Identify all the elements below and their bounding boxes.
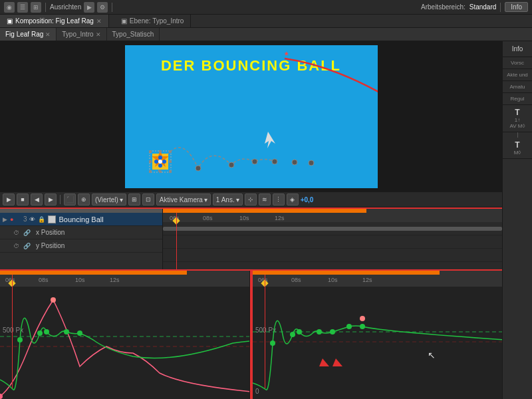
grid-toggle-btn[interactable]: ⊞ [128, 194, 140, 205]
views-arrow: ▾ [236, 196, 239, 203]
g-12s-left: 12s [110, 277, 120, 283]
layer-number: 3 [16, 215, 27, 223]
prev-frame-btn[interactable]: ◀ [31, 194, 43, 205]
comp-tab-figleaf[interactable]: Fig Leaf Rag ✕ [0, 28, 57, 41]
tab-comp-close[interactable]: ✕ [96, 18, 102, 25]
stopwatch-y-icon: ⏱ [13, 243, 19, 249]
safe-zones-btn[interactable]: ⊡ [142, 194, 154, 205]
track-row-x [163, 235, 502, 249]
track-bar-main [163, 227, 502, 231]
tab-layer[interactable]: ▣ Ebene: Typo_Intro [114, 15, 192, 27]
3d-btn[interactable]: ⋮ [273, 194, 285, 205]
comp-tabs: Fig Leaf Rag ✕ Typo_Intro ✕ Typo_Statisc… [0, 28, 532, 41]
preview-section: Vorsc [503, 57, 532, 69]
motion-blur-btn[interactable]: ≋ [259, 194, 271, 205]
link-y-icon: 🔗 [23, 243, 31, 249]
workspace-value: Standard [469, 3, 497, 11]
play-btn[interactable]: ▶ [3, 194, 15, 205]
regular-section: Regul [503, 93, 532, 105]
figleaf-close[interactable]: ✕ [45, 31, 51, 38]
svg-point-40 [346, 324, 352, 329]
main-tab-row: ▣ Komposition: Fig Leaf Rag ✕ ▣ Ebene: T… [0, 15, 532, 28]
layer-prop-x[interactable]: ⏱ 🔗 x Position [0, 226, 162, 239]
svg-point-5 [309, 160, 314, 166]
tab-composition[interactable]: ▣ Komposition: Fig Leaf Rag ✕ [0, 15, 109, 27]
zoom-btn[interactable]: ⊕ [78, 194, 90, 205]
graph-ruler-right: 06s 08s 10s 12s [253, 275, 502, 287]
layer-eye-icon[interactable]: 👁 [29, 216, 35, 223]
layer-expand[interactable]: ▶ [3, 216, 7, 223]
type-av-label: AV M◊ [504, 123, 531, 129]
g-12s-right: 12s [362, 277, 372, 283]
regul-label: Regul [504, 96, 531, 102]
menu-icon[interactable]: ☰ [17, 2, 28, 13]
svg-marker-42 [319, 358, 329, 366]
amatu-label: Amatu [504, 84, 531, 90]
timeline-ruler-tracks: 06s 08s 10s 12s [163, 213, 502, 222]
playhead-right [265, 275, 265, 388]
ram-preview-btn[interactable]: ⬛ [64, 194, 76, 205]
tab-comp-icon: ▣ [7, 17, 13, 25]
svg-point-41 [360, 324, 365, 329]
svg-rect-20 [159, 150, 162, 153]
time-12s: 12s [275, 215, 285, 221]
svg-rect-18 [149, 170, 152, 173]
akte-label: Akte und [504, 72, 531, 78]
quality-dropdown[interactable]: (Viertel) ▾ [92, 194, 126, 205]
svg-point-0 [196, 166, 201, 171]
layer-lock-icon[interactable]: 🔒 [38, 216, 45, 223]
svg-point-38 [317, 329, 322, 334]
comp-tab-typo-statisch[interactable]: Typo_Statisch [107, 28, 160, 41]
graph-area-left: 500 Px [0, 287, 249, 399]
main-area: DER BOUNCING BALL [0, 41, 532, 399]
svg-point-12 [162, 160, 166, 164]
quality-arrow: ▾ [120, 196, 123, 203]
type-icon-1: T [504, 108, 531, 117]
info-button[interactable]: Info [505, 2, 528, 12]
views-dropdown[interactable]: 1 Ans. ▾ [213, 194, 243, 205]
layer-prop-y[interactable]: ⏱ 🔗 y Position [0, 239, 162, 253]
svg-point-11 [158, 156, 162, 160]
stop-btn[interactable]: ■ [17, 194, 29, 205]
type-section-2: T M◊ [503, 138, 532, 159]
svg-text:*: * [285, 50, 289, 61]
next-frame-btn[interactable]: ▶ [45, 194, 57, 205]
graph-panel-left: 06s 08s 10s 12s 500 Px [0, 271, 250, 399]
layer-color-box [48, 215, 56, 223]
snap-btn[interactable]: ⊹ [245, 194, 257, 205]
views-label: 1 Ans. [216, 196, 235, 203]
camera-dropdown[interactable]: Aktive Kamera ▾ [156, 194, 211, 205]
layer-solo: ● [10, 216, 13, 223]
preview-toolbar: ▶ ■ ◀ ▶ ⬛ ⊕ (Viertel) ▾ ⊞ ⊡ Aktive Kamer… [0, 192, 502, 207]
separator3 [500, 3, 501, 12]
preview-canvas: DER BOUNCING BALL [125, 45, 378, 188]
top-bar: ◉ ☰ ⊞ Ausrichten ▶ ⚙ Arbeitsbereich: Sta… [0, 0, 532, 15]
svg-point-32 [51, 297, 56, 303]
typointro-close[interactable]: ✕ [96, 31, 101, 38]
svg-point-44 [360, 316, 365, 321]
svg-rect-23 [169, 160, 172, 163]
layer-timeline-area: ▶ ● 3 👁 🔒 Bouncing Ball ⏱ 🔗 x Position ⏱ [0, 207, 502, 269]
typostatisch-label: Typo_Statisch [112, 31, 154, 38]
g-08s-right: 08s [291, 277, 301, 283]
layer-row-bouncing[interactable]: ▶ ● 3 👁 🔒 Bouncing Ball [0, 213, 162, 226]
grid-icon[interactable]: ⊞ [31, 2, 41, 13]
expand-icon[interactable]: ▶ [84, 2, 94, 13]
layer-list: ▶ ● 3 👁 🔒 Bouncing Ball ⏱ 🔗 x Position ⏱ [0, 209, 163, 269]
graph-area-right: 500 Px 0 ↖ [253, 287, 502, 399]
quality-label: (Viertel) [95, 196, 118, 203]
separator [45, 3, 46, 12]
time-indicator-bar [0, 209, 162, 213]
svg-rect-21 [159, 170, 162, 173]
align-label: Ausrichten [50, 3, 81, 11]
comp-tab-typo-intro[interactable]: Typo_Intro ✕ [57, 28, 106, 41]
type-icon-2: T [504, 140, 531, 150]
sep [60, 195, 61, 204]
tab-layer-icon: ▣ [121, 17, 127, 25]
svg-point-14 [158, 160, 162, 164]
value-display: +0,0 [301, 196, 314, 203]
svg-point-39 [330, 329, 335, 334]
svg-point-2 [252, 159, 257, 164]
renderer-btn[interactable]: ◈ [287, 194, 299, 205]
settings-icon[interactable]: ⚙ [97, 2, 108, 13]
